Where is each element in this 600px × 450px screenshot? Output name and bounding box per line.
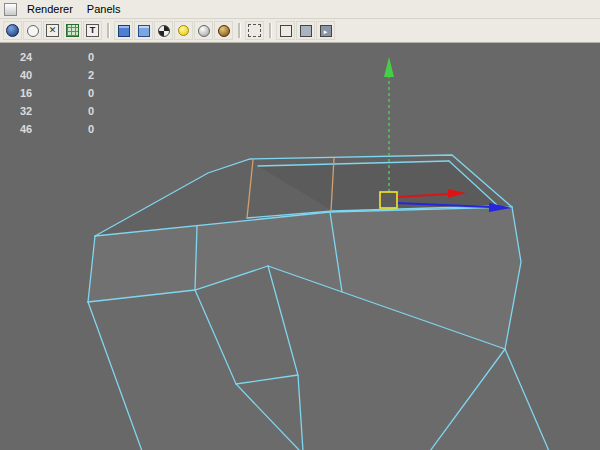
poly-count-hud: 240 402 160 320 460 xyxy=(20,48,94,138)
blue-sphere-icon xyxy=(6,24,19,37)
blue-sphere-button[interactable] xyxy=(3,21,22,40)
toolbar-separator xyxy=(238,23,240,38)
hud-row: 320 xyxy=(20,102,94,120)
wire-cube-icon xyxy=(280,25,292,37)
yellow-light-icon xyxy=(178,25,189,36)
text-box-icon xyxy=(86,24,99,37)
gray-sphere-icon xyxy=(198,25,210,37)
shaded-cube-icon xyxy=(300,25,312,37)
gold-sphere-button[interactable] xyxy=(214,21,233,40)
shaded-display-button[interactable] xyxy=(114,21,133,40)
panel-grid-icon[interactable] xyxy=(4,3,17,16)
marquee-box-icon xyxy=(248,24,261,37)
white-circle-icon xyxy=(27,25,39,37)
hud-selected: 2 xyxy=(88,66,94,84)
text-box-button[interactable] xyxy=(83,21,102,40)
viewport[interactable]: 240 402 160 320 460 xyxy=(0,43,600,450)
hud-row: 160 xyxy=(20,84,94,102)
hud-selected: 0 xyxy=(88,48,94,66)
arrow-cube-icon xyxy=(320,25,332,37)
hud-total: 46 xyxy=(20,120,88,138)
panel-toolbar xyxy=(0,19,600,43)
white-circle-button[interactable] xyxy=(23,21,42,40)
menu-renderer[interactable]: Renderer xyxy=(21,2,81,16)
shaded-display-2-button[interactable] xyxy=(134,21,153,40)
x-box-button[interactable] xyxy=(43,21,62,40)
shaded-cube-button[interactable] xyxy=(296,21,315,40)
grid-button[interactable] xyxy=(63,21,82,40)
texture-display-button[interactable] xyxy=(154,21,173,40)
hud-total: 32 xyxy=(20,102,88,120)
toolbar-separator xyxy=(107,23,109,38)
green-grid-icon xyxy=(66,24,79,37)
menu-panels[interactable]: Panels xyxy=(81,2,129,16)
arrow-cube-button[interactable] xyxy=(316,21,335,40)
hud-row: 460 xyxy=(20,120,94,138)
toolbar-separator xyxy=(269,23,271,38)
hud-row: 240 xyxy=(20,48,94,66)
checker-sphere-icon xyxy=(158,25,170,37)
menu-bar: Renderer Panels xyxy=(0,0,600,19)
blue-cube-2-icon xyxy=(138,25,150,37)
hud-row: 402 xyxy=(20,66,94,84)
hud-total: 40 xyxy=(20,66,88,84)
marquee-select-button[interactable] xyxy=(245,21,264,40)
hud-total: 16 xyxy=(20,84,88,102)
maya-panel-window: Renderer Panels xyxy=(0,0,600,450)
hud-selected: 0 xyxy=(88,120,94,138)
gold-sphere-icon xyxy=(218,25,230,37)
hud-total: 24 xyxy=(20,48,88,66)
wire-cube-button[interactable] xyxy=(276,21,295,40)
blue-cube-icon xyxy=(118,25,130,37)
x-box-icon xyxy=(46,24,59,37)
hud-selected: 0 xyxy=(88,84,94,102)
light-display-button[interactable] xyxy=(174,21,193,40)
hud-selected: 0 xyxy=(88,102,94,120)
gray-sphere-button[interactable] xyxy=(194,21,213,40)
